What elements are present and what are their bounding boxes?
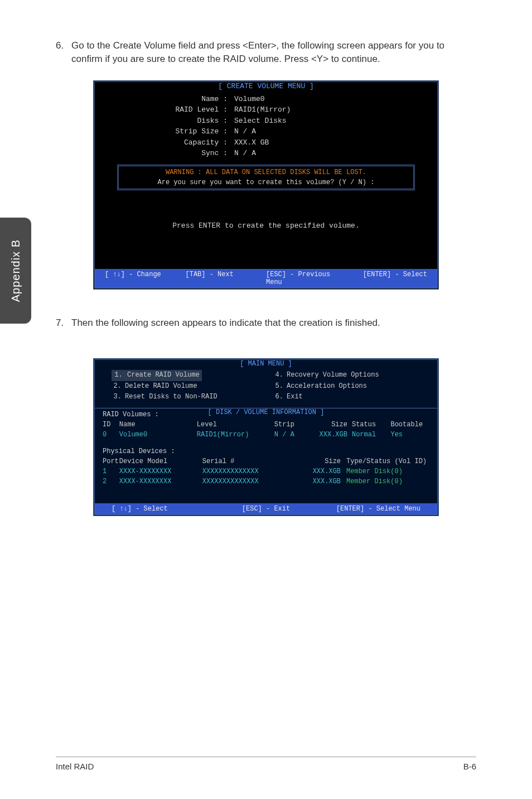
- phys-hdr-port: Port: [103, 456, 119, 466]
- step-7-num: 7.: [56, 316, 71, 330]
- phys1-type: Member Disk(0): [346, 466, 429, 476]
- name-label: Name :: [95, 94, 234, 105]
- strip-value: N / A: [234, 126, 256, 137]
- info-block: RAID Volumes : ID Name Level Strip Size …: [95, 408, 437, 503]
- vol-hdr-strip: Strip: [274, 420, 308, 430]
- create-volume-dialog: [ CREATE VOLUME MENU ] Name : Volume0 RA…: [93, 80, 439, 290]
- field-raid-level: RAID Level : RAID1(Mirror): [95, 104, 437, 115]
- capacity-value: XXX.X GB: [234, 137, 269, 148]
- volume-data-row: 0 Volume0 RAID1(Mirror) N / A XXX.XGB No…: [103, 430, 429, 440]
- sync-value: N / A: [234, 148, 256, 159]
- raid-value: RAID1(Mirror): [234, 104, 291, 115]
- vol-boot: Yes: [390, 430, 429, 440]
- step-6-text: Go to the Create Volume field and press …: [71, 39, 476, 66]
- phys2-size: XXX.XGB: [297, 476, 346, 487]
- vol-hdr-boot: Bootable: [390, 420, 429, 430]
- footer-change: [ ↑↓] - Change: [105, 271, 186, 286]
- vol-hdr-size: Size: [307, 420, 352, 430]
- footer-right: B-6: [463, 762, 476, 771]
- step-7: 7. Then the following screen appears to …: [56, 316, 476, 330]
- footer-enter: [ENTER] - Select: [347, 271, 428, 286]
- main-menu-footer: [ ↑↓] - Select [ESC] - Exit [ENTER] - Se…: [95, 503, 437, 514]
- disks-value: Select Disks: [234, 115, 287, 127]
- vol-hdr-name: Name: [119, 420, 197, 430]
- page-footer: Intel RAID B-6: [56, 757, 476, 771]
- sync-label: Sync :: [95, 148, 234, 159]
- phys-header-row: Port Device Model Serial # Size Type/Sta…: [103, 456, 429, 466]
- phys-row-1: 1 XXXX-XXXXXXXX XXXXXXXXXXXXXX XXX.XGB M…: [103, 466, 429, 476]
- create-volume-footer: [ ↑↓] - Change [TAB] - Next [ESC] - Prev…: [95, 269, 437, 288]
- phys-hdr-serial: Serial #: [202, 456, 297, 466]
- sidebar-tab: Appendix B: [0, 218, 31, 324]
- field-capacity: Capacity : XXX.X GB: [95, 137, 437, 148]
- menu-5-num: 5.: [273, 381, 287, 392]
- menu-4-num: 4.: [273, 370, 287, 381]
- menu-2-label[interactable]: Delete RAID Volume: [125, 381, 197, 392]
- menu-row-3: 3. Reset Disks to Non-RAID 6. Exit: [95, 392, 437, 402]
- phys1-model: XXXX-XXXXXXXX: [119, 466, 202, 476]
- page-content: 6. Go to the Create Volume field and pre…: [0, 0, 532, 516]
- menu-3-label[interactable]: Reset Disks to Non-RAID: [125, 392, 217, 402]
- phys-hdr-size: Size: [297, 456, 346, 466]
- vol-hdr-status: Status: [352, 420, 391, 430]
- footer2-enter: [ENTER] - Select Menu: [317, 505, 420, 513]
- field-name: Name : Volume0: [95, 94, 437, 105]
- menu-6-label[interactable]: Exit: [287, 392, 303, 402]
- vol-hdr-id: ID: [103, 420, 119, 430]
- footer2-select: [ ↑↓] - Select: [112, 505, 215, 513]
- step-6-num: 6.: [56, 39, 71, 66]
- footer-tab: [TAB] - Next: [186, 271, 267, 286]
- physical-devices-label: Physical Devices :: [103, 447, 429, 455]
- phys2-serial: XXXXXXXXXXXXXX: [202, 476, 297, 487]
- menu-1-label[interactable]: Create RAID Volume: [125, 370, 202, 381]
- vol-hdr-level: Level: [197, 420, 274, 430]
- step-7-text: Then the following screen appears to ind…: [71, 316, 380, 330]
- field-sync: Sync : N / A: [95, 148, 437, 159]
- menu-row-1: 1. Create RAID Volume 4. Recovery Volume…: [95, 370, 437, 381]
- phys2-port: 2: [103, 476, 119, 487]
- field-disks: Disks : Select Disks: [95, 115, 437, 127]
- phys-hdr-type: Type/Status (Vol ID): [346, 456, 429, 466]
- phys-row-2: 2 XXXX-XXXXXXXX XXXXXXXXXXXXXX XXX.XGB M…: [103, 476, 429, 487]
- field-strip: Strip Size : N / A: [95, 126, 437, 137]
- menu-6-num: 6.: [273, 392, 287, 402]
- capacity-label: Capacity :: [95, 137, 234, 148]
- vol-id: 0: [103, 430, 119, 440]
- press-enter-hint: Press ENTER to create the specified volu…: [95, 194, 437, 269]
- name-value: Volume0: [234, 94, 265, 105]
- phys-hdr-model: Device Model: [119, 456, 202, 466]
- vol-status: Normal: [352, 430, 391, 440]
- vol-size: XXX.XGB: [307, 430, 352, 440]
- disk-volume-info-title: [ DISK / VOLUME INFORMATION ]: [206, 408, 327, 416]
- menu-2-num: 2.: [112, 381, 125, 392]
- confirm-prompt[interactable]: Are you sure you want to create this vol…: [124, 179, 408, 186]
- footer2-esc: [ESC] - Exit: [215, 505, 318, 513]
- menu-row-2: 2. Delete RAID Volume 5. Acceleration Op…: [95, 381, 437, 392]
- phys1-serial: XXXXXXXXXXXXXX: [202, 466, 297, 476]
- menu-4-label[interactable]: Recovery Volume Options: [287, 370, 379, 381]
- vol-strip: N / A: [274, 430, 308, 440]
- warning-box: WARNING : ALL DATA ON SELECTED DISKS WIL…: [117, 165, 415, 190]
- volume-header-row: ID Name Level Strip Size Status Bootable: [103, 420, 429, 430]
- menu-block: 1. Create RAID Volume 4. Recovery Volume…: [95, 368, 437, 407]
- warning-text: WARNING : ALL DATA ON SELECTED DISKS WIL…: [124, 169, 408, 176]
- vol-level: RAID1(Mirror): [197, 430, 274, 440]
- divider: [ DISK / VOLUME INFORMATION ]: [95, 408, 437, 408]
- main-menu-dialog: [ MAIN MENU ] 1. Create RAID Volume 4. R…: [93, 358, 439, 516]
- step-6: 6. Go to the Create Volume field and pre…: [56, 39, 476, 66]
- phys1-size: XXX.XGB: [297, 466, 346, 476]
- main-menu-title: [ MAIN MENU ]: [238, 360, 294, 368]
- footer-left: Intel RAID: [56, 762, 94, 771]
- raid-label: RAID Level :: [95, 104, 234, 115]
- vol-name: Volume0: [119, 430, 197, 440]
- phys2-model: XXXX-XXXXXXXX: [119, 476, 202, 487]
- sidebar-label: Appendix B: [9, 239, 22, 302]
- phys2-type: Member Disk(0): [346, 476, 429, 487]
- menu-3-num: 3.: [112, 392, 125, 402]
- field-block: Name : Volume0 RAID Level : RAID1(Mirror…: [95, 90, 437, 165]
- phys1-port: 1: [103, 466, 119, 476]
- strip-label: Strip Size :: [95, 126, 234, 137]
- footer-esc: [ESC] - Previous Menu: [266, 271, 347, 286]
- disks-label: Disks :: [95, 115, 234, 127]
- menu-5-label[interactable]: Acceleration Options: [287, 381, 367, 392]
